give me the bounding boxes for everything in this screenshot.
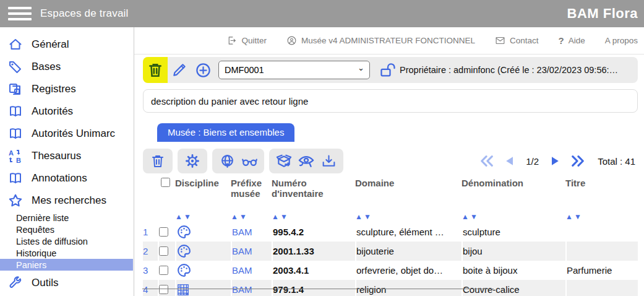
double-chevron-left-icon — [480, 154, 494, 168]
app-brand: BAM Flora — [567, 6, 638, 22]
delete-selection-button[interactable] — [147, 149, 169, 173]
sidebar-item-autorites[interactable]: Autorités — [0, 100, 134, 123]
sidebar-item-thesaurus[interactable]: A B Thesaurus — [0, 145, 134, 167]
palette-icon — [175, 261, 231, 280]
current-user[interactable]: Musée v4 ADMINISTRATEUR FONCTIONNEL — [286, 35, 475, 46]
plus-circle-icon — [195, 62, 212, 79]
sidebar-subitem-listes-de-diffusion[interactable]: Listes de diffusion — [0, 235, 134, 247]
triangle-left-icon — [504, 154, 516, 168]
row-checkbox[interactable] — [159, 266, 168, 275]
help-icon: ? — [559, 35, 564, 46]
table-row[interactable]: 3 BAM 2003.4.1 orfevrerie, objet do… boi… — [143, 261, 638, 280]
row-checkbox[interactable] — [159, 227, 168, 237]
eye-of-horus-icon — [298, 152, 315, 170]
lock-open-icon — [379, 61, 397, 79]
first-page-button[interactable] — [480, 154, 494, 168]
sidebar-subitem-derniere-liste[interactable]: Dernière liste — [0, 212, 134, 224]
sidebar-item-bases[interactable]: Bases — [0, 56, 134, 78]
sidebar-item-mes-recherches[interactable]: Mes recherches — [0, 189, 134, 212]
sort-discipline[interactable]: ▲▼ — [175, 212, 228, 221]
star-icon — [7, 193, 24, 209]
pagination: 1/2 Total : 41 — [480, 154, 638, 168]
textile-icon — [175, 280, 231, 296]
globe-upload-icon — [220, 154, 235, 169]
basket-toolbar: DMF0001 ⌄ Propriétaire : adminfonc (Créé… — [143, 57, 638, 83]
contact-button[interactable]: Contact — [495, 35, 539, 46]
settings-button[interactable] — [181, 149, 204, 173]
menu-bar: Quitter Musée v4 ADMINISTRATEUR FONCTION… — [134, 27, 644, 54]
download-button[interactable] — [317, 149, 340, 173]
triangle-right-icon — [549, 154, 561, 168]
aide-button[interactable]: ? Aide — [559, 35, 585, 46]
trash-icon — [147, 61, 163, 79]
add-basket-button[interactable] — [191, 57, 215, 83]
sort-numero[interactable]: ▲▼ — [272, 212, 353, 221]
sidebar-item-autorites-unimarc[interactable]: Autorités Unimarc — [0, 123, 134, 145]
table-header: Discipline▲▼ Préfixe musée▲▼ Numéro d'in… — [143, 176, 638, 222]
total-count: Total : 41 — [598, 156, 635, 167]
row-checkbox[interactable] — [159, 285, 168, 294]
page-indicator: 1/2 — [526, 156, 539, 167]
sidebar-subitem-requetes[interactable]: Requêtes — [0, 224, 134, 235]
user-icon — [286, 35, 297, 46]
basket-owner-text: Propriétaire : adminfonc (Créé le : 23/0… — [400, 65, 624, 75]
edit-basket-button[interactable] — [168, 57, 191, 83]
previous-page-button[interactable] — [503, 154, 517, 168]
exit-icon — [226, 35, 237, 46]
hamburger-menu-icon[interactable] — [8, 4, 32, 24]
tab-musee-biens-et-ensembles[interactable]: Musée : Biens et ensembles — [157, 123, 294, 142]
row-checkbox[interactable] — [159, 246, 168, 256]
workspace-title: Espaces de travail — [40, 7, 129, 20]
preview-button[interactable] — [238, 149, 260, 173]
horus-view-button[interactable] — [295, 149, 317, 173]
svg-text:B: B — [16, 157, 21, 163]
tag-icon — [7, 59, 24, 75]
publish-web-button[interactable] — [216, 149, 238, 173]
palette-icon — [175, 242, 231, 261]
sidebar: Général Bases Registres Autorités Autori… — [0, 27, 134, 296]
double-chevron-right-icon — [571, 154, 585, 168]
delete-basket-button[interactable] — [143, 57, 168, 83]
open-book-icon — [7, 126, 24, 142]
quitter-button[interactable]: Quitter — [226, 35, 267, 46]
last-page-button[interactable] — [571, 154, 585, 168]
basket-description-field[interactable]: description du panier avec retour ligne — [143, 89, 638, 113]
mes-recherches-sublist: Dernière liste Requêtes Listes de diffus… — [0, 212, 134, 271]
sidebar-subitem-paniers[interactable]: Paniers — [0, 259, 133, 271]
svg-text:A: A — [9, 149, 14, 157]
sidebar-item-registres[interactable]: Registres — [0, 78, 134, 100]
sort-titre[interactable]: ▲▼ — [565, 212, 635, 221]
row-divider-line — [142, 289, 494, 289]
palette-icon — [175, 222, 231, 242]
copies-icon — [7, 81, 24, 97]
apropos-button[interactable]: A propos — [605, 36, 638, 45]
sort-prefixe[interactable]: ▲▼ — [231, 212, 269, 221]
table-row[interactable]: 1 BAM 995.4.2 sculpture, élément … sculp… — [143, 222, 638, 242]
sidebar-item-annotations[interactable]: Annotations — [0, 167, 134, 189]
home-icon — [7, 37, 24, 53]
glasses-icon — [241, 153, 258, 170]
select-all-checkbox[interactable] — [161, 178, 170, 187]
sort-denomination[interactable]: ▲▼ — [462, 212, 563, 221]
trash-icon — [150, 153, 165, 169]
sidebar-item-general[interactable]: Général — [0, 33, 134, 56]
basket-select[interactable]: DMF0001 — [218, 61, 370, 79]
unlock-basket-button[interactable] — [376, 57, 400, 83]
pencil-icon — [171, 62, 187, 78]
wrench-icon — [7, 275, 24, 291]
translate-icon: A B — [7, 148, 24, 164]
export-box-button[interactable] — [273, 149, 295, 173]
sidebar-subitem-historique[interactable]: Historique — [0, 247, 134, 259]
envelope-icon — [495, 35, 505, 46]
sidebar-item-outils[interactable]: Outils — [0, 272, 134, 294]
gear-icon — [184, 153, 200, 169]
table-row[interactable]: 2 BAM 2001.1.33 bijouterie bijou — [143, 242, 638, 261]
download-icon — [321, 154, 337, 169]
sort-domaine[interactable]: ▲▼ — [355, 212, 459, 221]
top-bar: Espaces de travail BAM Flora — [0, 0, 644, 27]
open-box-icon — [276, 153, 292, 169]
basket-select-wrap: DMF0001 ⌄ — [218, 61, 370, 79]
table-row[interactable]: 4 BAM 979.1.4 religion Couvre-calice — [143, 280, 638, 296]
next-page-button[interactable] — [548, 154, 562, 168]
list-toolbar: 1/2 Total : 41 — [143, 148, 638, 174]
